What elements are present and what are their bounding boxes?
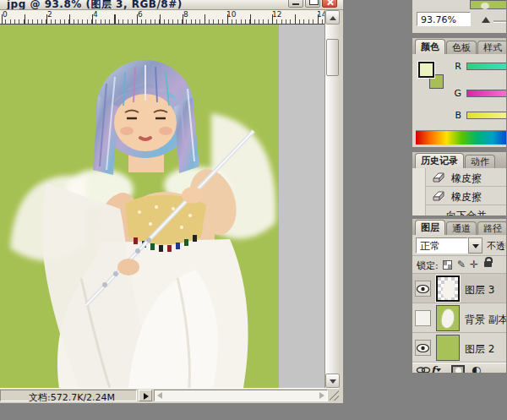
ruler-mark: 12 (272, 10, 281, 19)
document-size-text: 文档:572.7K/2.24M (29, 391, 115, 404)
ruler-mark: 6 (138, 10, 143, 19)
arrow-right-icon[interactable] (319, 392, 324, 399)
tab-styles[interactable]: 样式 (477, 41, 506, 54)
layer-thumbnail[interactable] (436, 275, 460, 302)
history-item-label: 向下合并 (446, 209, 487, 216)
visibility-toggle[interactable] (415, 310, 431, 326)
channel-g-slider[interactable] (466, 90, 507, 97)
document-size-box: 文档:572.7K/2.24M (0, 390, 137, 401)
pasteboard (281, 25, 324, 388)
arrow-down-icon (330, 379, 336, 384)
photo-illustration (0, 25, 279, 388)
layer-name: 图层 2 (465, 342, 494, 357)
history-item[interactable]: 橡皮擦 (412, 187, 506, 205)
tab-paths[interactable]: 路径 (477, 221, 506, 235)
scroll-up-button[interactable] (325, 10, 340, 25)
navigator-panel: 93.76% (412, 0, 507, 34)
layers-panel-buttons: ƒ ◐ (412, 363, 506, 374)
navigator-preview[interactable] (470, 0, 507, 9)
navigator-zoom-slider[interactable] (493, 20, 507, 23)
vertical-scroll-thumb[interactable] (326, 39, 339, 76)
tab-color[interactable]: 颜色 (415, 39, 445, 54)
blend-mode-select[interactable]: 正常 (416, 237, 468, 254)
layer-row-background-copy[interactable]: 背景 副本 (412, 303, 506, 333)
history-snapshot-cell[interactable] (412, 187, 426, 205)
layer-row-layer2[interactable]: 图层 2 (412, 333, 506, 363)
thumbnail-figure (440, 308, 455, 329)
lock-transparency-icon[interactable] (443, 260, 452, 270)
arrow-up-icon (330, 16, 336, 20)
lock-all-icon[interactable] (484, 261, 492, 267)
ruler-mark: 8 (183, 10, 188, 19)
ruler-mark: 2 (47, 10, 52, 19)
layer-name: 图层 3 (465, 283, 494, 297)
color-panel-tabs: 颜色 色板 样式 (412, 38, 506, 54)
arrow-left-icon[interactable] (157, 392, 162, 399)
history-panel-tabs: 历史记录 动作 (412, 152, 506, 168)
document-title: jpg @ 93.8% (图层 3, RGB/8#) (7, 0, 183, 10)
zoom-out-icon[interactable] (482, 17, 490, 23)
eye-icon (416, 341, 430, 355)
horizontal-ruler: 0 2 4 6 8 10 12 14 (0, 10, 324, 25)
photoshop-workspace: jpg @ 93.8% (图层 3, RGB/8#) 0 2 4 6 8 10 … (0, 0, 507, 420)
channel-b-label: B (451, 110, 461, 121)
color-panel: 颜色 色板 样式 R G B (412, 37, 507, 148)
tab-layers[interactable]: 图层 (415, 220, 445, 235)
channel-r-slider[interactable] (466, 63, 507, 70)
opacity-label: 不透明度: (487, 240, 507, 253)
lock-label: 锁定: (417, 259, 439, 272)
eraser-icon (431, 190, 445, 201)
history-item[interactable]: 向下合并 (412, 205, 506, 216)
history-item[interactable]: 橡皮擦 (412, 168, 506, 187)
navigator-zoom-input[interactable]: 93.76% (417, 12, 471, 26)
blend-mode-dropdown-button[interactable] (468, 237, 482, 254)
layer-row-layer3[interactable]: 图层 3 (412, 274, 506, 303)
history-panel: 历史记录 动作 橡皮擦 橡皮擦 (412, 151, 507, 216)
layer-name: 背景 副本 (465, 313, 507, 327)
scroll-down-button[interactable] (325, 374, 340, 388)
maximize-button[interactable] (305, 0, 320, 8)
lock-pixels-icon[interactable]: ✎ (457, 259, 466, 270)
tab-channels[interactable]: 通道 (446, 221, 477, 235)
history-snapshot-cell[interactable] (412, 205, 426, 216)
color-spectrum-bar[interactable] (416, 130, 507, 145)
lock-position-icon[interactable]: ✛ (470, 259, 478, 270)
status-menu-button[interactable] (139, 390, 152, 401)
history-snapshot-cell[interactable] (412, 168, 426, 187)
visibility-toggle[interactable] (415, 281, 431, 297)
eye-icon (416, 281, 430, 296)
channel-g-label: G (451, 88, 461, 99)
channel-r-label: R (451, 61, 461, 72)
canvas-area[interactable] (0, 25, 324, 388)
ruler-mark: 0 (3, 10, 8, 19)
ruler-mark: 10 (226, 10, 236, 19)
layer-mask-icon[interactable] (451, 365, 465, 374)
thumbnail-figure (441, 280, 456, 300)
minimize-button[interactable] (288, 0, 303, 8)
close-button[interactable] (322, 0, 337, 8)
tab-swatches[interactable]: 色板 (446, 41, 477, 54)
history-item-label: 橡皮擦 (451, 190, 482, 205)
ruler-mark: 14 (317, 10, 324, 19)
layer-thumbnail[interactable] (436, 305, 460, 331)
tab-actions[interactable]: 动作 (465, 155, 495, 168)
horizontal-scrollbar[interactable] (154, 390, 328, 401)
layers-panel-tabs: 图层 通道 路径 (412, 219, 506, 235)
canvas-photo[interactable] (0, 25, 279, 388)
tab-history[interactable]: 历史记录 (415, 153, 464, 168)
vertical-scrollbar[interactable] (324, 10, 339, 388)
resize-grip[interactable] (330, 390, 339, 401)
eraser-icon (431, 172, 445, 183)
link-layers-icon[interactable] (416, 365, 431, 374)
channel-b-slider[interactable] (466, 112, 507, 119)
history-item-label: 橡皮擦 (451, 172, 482, 186)
adjustment-layer-icon[interactable]: ◐ (472, 364, 481, 374)
visibility-toggle[interactable] (415, 340, 431, 356)
document-title-bar[interactable]: jpg @ 93.8% (图层 3, RGB/8#) (0, 0, 343, 10)
status-bar: 文档:572.7K/2.24M (0, 388, 339, 401)
layer-thumbnail[interactable] (436, 335, 460, 361)
document-window: jpg @ 93.8% (图层 3, RGB/8#) 0 2 4 6 8 10 … (0, 0, 343, 403)
layers-panel: 图层 通道 路径 正常 不透明度: 锁定: ✎ ✛ (412, 218, 507, 374)
ruler-mark: 4 (93, 10, 98, 19)
layer-style-icon[interactable]: ƒ (431, 364, 441, 374)
